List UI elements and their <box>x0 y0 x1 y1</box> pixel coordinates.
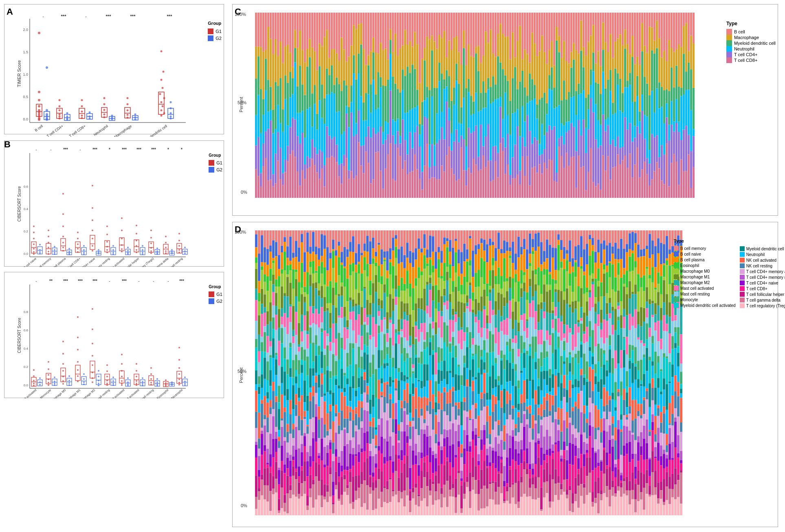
svg-point-254 <box>165 236 167 237</box>
svg-rect-2151 <box>332 251 334 268</box>
svg-rect-1694 <box>272 306 275 317</box>
svg-rect-2522 <box>380 230 383 250</box>
svg-point-84 <box>163 71 165 73</box>
svg-rect-580 <box>297 136 299 172</box>
svg-rect-2755 <box>409 421 411 427</box>
svg-rect-719 <box>353 179 355 198</box>
svg-rect-372 <box>90 361 95 378</box>
svg-rect-1804 <box>286 334 289 359</box>
svg-rect-1352 <box>612 103 614 115</box>
neutrophil-g2 <box>109 115 115 121</box>
panel-d-y-title: Percent <box>239 368 244 383</box>
svg-rect-2771 <box>412 364 414 368</box>
svg-rect-2874 <box>426 230 429 250</box>
svg-rect-4117 <box>586 382 588 406</box>
svg-rect-2266 <box>346 339 349 353</box>
svg-rect-1665 <box>269 245 272 252</box>
svg-rect-1770 <box>281 461 283 471</box>
svg-rect-3530 <box>509 466 511 469</box>
svg-rect-2474 <box>372 477 374 482</box>
svg-rect-1275 <box>580 94 582 136</box>
svg-rect-2997 <box>440 393 443 409</box>
svg-rect-476 <box>255 79 257 115</box>
svg-rect-1848 <box>292 343 295 360</box>
svg-rect-1359 <box>614 113 616 147</box>
svg-rect-3678 <box>529 381 531 405</box>
svg-rect-3903 <box>557 441 560 452</box>
svg-rect-2382 <box>361 408 363 421</box>
svg-rect-3490 <box>506 230 508 242</box>
svg-rect-1442 <box>649 95 651 150</box>
svg-rect-3402 <box>495 230 497 248</box>
svg-rect-3554 <box>512 485 514 498</box>
ld-mdc-act: Myeloid dendritic cell activated <box>674 303 736 308</box>
svg-rect-1123 <box>519 26 521 82</box>
svg-rect-604 <box>306 156 308 169</box>
svg-rect-735 <box>360 96 362 146</box>
svg-rect-1616 <box>261 455 263 474</box>
svg-rect-4195 <box>597 240 600 253</box>
svg-rect-2071 <box>321 351 323 368</box>
svg-rect-3128 <box>457 390 460 402</box>
svg-rect-2294 <box>349 412 352 421</box>
svg-rect-4451 <box>629 414 631 431</box>
svg-rect-4370 <box>620 230 622 239</box>
svg-rect-4549 <box>643 276 645 291</box>
svg-rect-2276 <box>346 470 349 485</box>
svg-rect-4802 <box>674 391 677 408</box>
svg-rect-1490 <box>668 91 670 125</box>
svg-rect-1511 <box>675 162 677 198</box>
svg-rect-3473 <box>503 298 506 307</box>
svg-rect-3990 <box>569 423 571 442</box>
svg-rect-1614 <box>261 431 263 434</box>
svg-rect-3551 <box>512 437 514 460</box>
svg-rect-1369 <box>619 34 621 79</box>
svg-rect-3229 <box>472 292 474 300</box>
svg-rect-2667 <box>398 425 400 431</box>
svg-rect-3030 <box>446 241 449 247</box>
svg-rect-584 <box>299 66 301 113</box>
svg-rect-4100 <box>583 442 585 454</box>
svg-rect-2925 <box>432 322 434 329</box>
svg-rect-3023 <box>443 438 446 447</box>
svg-rect-4104 <box>583 488 585 504</box>
svg-rect-4774 <box>671 321 674 336</box>
svg-rect-4674 <box>657 461 660 483</box>
svg-rect-2726 <box>406 315 409 321</box>
svg-rect-4175 <box>594 278 597 297</box>
svg-point-212 <box>121 217 123 219</box>
svg-rect-3954 <box>566 254 568 261</box>
svg-rect-4291 <box>609 335 611 346</box>
svg-rect-4618 <box>651 304 654 315</box>
svg-rect-4240 <box>603 250 605 264</box>
svg-rect-4348 <box>617 230 620 249</box>
svg-rect-4329 <box>614 278 617 292</box>
svg-rect-3286 <box>477 454 480 461</box>
svg-rect-876 <box>419 13 421 83</box>
svg-rect-3022 <box>443 429 446 438</box>
svg-rect-4114 <box>586 342 588 361</box>
svg-rect-2943 <box>435 285 437 309</box>
svg-rect-717 <box>353 73 355 136</box>
svg-rect-4079 <box>580 434 583 454</box>
svg-rect-2573 <box>386 333 389 342</box>
svg-rect-1288 <box>585 153 587 190</box>
svg-rect-2208 <box>338 457 340 463</box>
svg-rect-3942 <box>563 364 565 375</box>
svg-rect-2906 <box>429 338 431 342</box>
svg-rect-2064 <box>321 274 323 286</box>
svg-rect-1794 <box>284 503 286 512</box>
svg-rect-2987 <box>440 276 443 279</box>
svg-rect-3303 <box>480 359 483 374</box>
svg-rect-1298 <box>590 70 592 85</box>
svg-rect-3893 <box>557 318 560 333</box>
svg-rect-1294 <box>587 129 589 172</box>
svg-rect-2666 <box>398 400 400 425</box>
svg-rect-3607 <box>520 315 523 320</box>
svg-rect-1161 <box>534 99 536 138</box>
svg-rect-4677 <box>657 504 660 515</box>
svg-rect-660 <box>331 13 333 49</box>
svg-rect-2195 <box>338 257 340 276</box>
svg-rect-1841 <box>292 253 295 258</box>
svg-rect-2593 <box>389 294 391 317</box>
